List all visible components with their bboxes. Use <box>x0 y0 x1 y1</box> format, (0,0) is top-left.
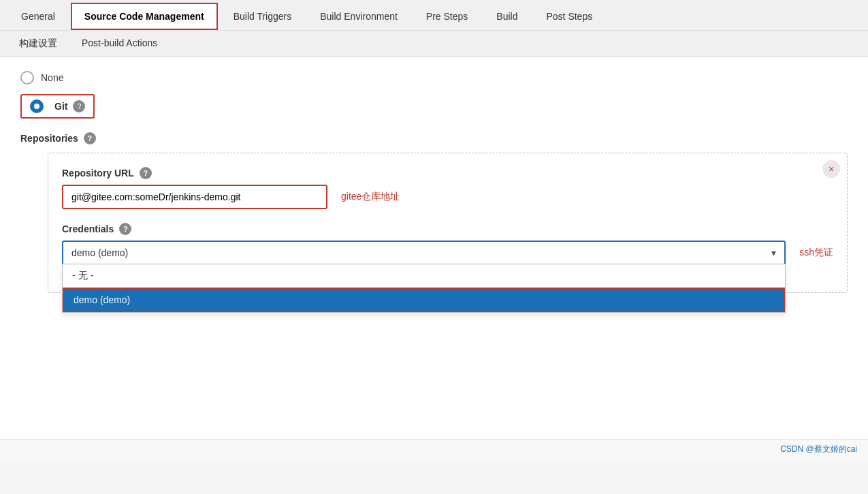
git-radio-box[interactable]: Git ? <box>20 94 95 119</box>
credentials-wrapper: demo (demo) ▾ - 无 - demo (demo) <box>62 241 786 265</box>
git-help-icon[interactable]: ? <box>73 100 85 112</box>
git-radio-option[interactable]: Git ? <box>20 94 848 119</box>
footer: CSDN @蔡文姬的cai <box>0 439 868 459</box>
none-radio-circle[interactable] <box>20 71 34 84</box>
tab-pre-steps[interactable]: Pre Steps <box>413 3 481 29</box>
dropdown-item-demo[interactable]: demo (demo) <box>63 288 785 312</box>
tab-source-code-management[interactable]: Source Code Management <box>71 3 218 30</box>
none-radio-option[interactable]: None <box>20 71 848 84</box>
credentials-dropdown: - 无 - demo (demo) <box>62 264 786 313</box>
scm-radio-group: None Git ? <box>20 71 848 119</box>
git-radio-circle[interactable] <box>30 99 44 113</box>
tab-general[interactable]: General <box>8 3 68 29</box>
tab-bar-row1: GeneralSource Code ManagementBuild Trigg… <box>0 0 868 31</box>
repo-url-label: Repository URL ? <box>62 167 833 179</box>
tab-post-steps[interactable]: Post Steps <box>533 3 605 29</box>
repositories-label: Repositories ? <box>20 132 848 144</box>
repo-url-help-icon[interactable]: ? <box>140 167 152 179</box>
tab-bar-row2: 构建设置Post-build Actions <box>0 31 868 57</box>
dropdown-item-none[interactable]: - 无 - <box>63 264 785 288</box>
footer-text: CSDN @蔡文姬的cai <box>780 444 857 454</box>
repo-container: × Repository URL ? gitee仓库地址 Credentials… <box>48 153 848 293</box>
main-content: None Git ? Repositories ? × Repository <box>0 57 868 439</box>
tab-post-build-actions[interactable]: Post-build Actions <box>69 31 170 57</box>
repositories-help-icon[interactable]: ? <box>84 132 96 144</box>
repo-url-annotation: gitee仓库地址 <box>341 191 400 203</box>
tab-build-environment[interactable]: Build Environment <box>307 3 411 29</box>
tab-build[interactable]: Build <box>483 3 530 29</box>
url-input-wrapper: gitee仓库地址 <box>62 185 833 209</box>
credentials-row: demo (demo) ▾ - 无 - demo (demo) ssh凭证 <box>62 241 833 265</box>
none-radio-label: None <box>41 72 63 83</box>
tab-build-triggers[interactable]: Build Triggers <box>221 3 305 29</box>
credentials-select[interactable]: demo (demo) ▾ <box>62 241 786 265</box>
credentials-help-icon[interactable]: ? <box>119 223 131 235</box>
close-repo-button[interactable]: × <box>822 160 840 178</box>
credentials-label: Credentials ? <box>62 223 833 235</box>
repo-url-field-row: Repository URL ? gitee仓库地址 <box>62 167 833 209</box>
credentials-value: demo (demo) <box>71 247 128 258</box>
git-radio-label: Git <box>54 101 67 112</box>
repo-url-input[interactable] <box>62 185 327 209</box>
tab-build-settings[interactable]: 构建设置 <box>7 31 69 57</box>
credentials-annotation: ssh凭证 <box>799 247 833 259</box>
repositories-section: Repositories ? × Repository URL ? gitee仓… <box>20 132 848 293</box>
chevron-down-icon: ▾ <box>771 247 776 258</box>
credentials-field-row: Credentials ? demo (demo) ▾ - 无 - demo (… <box>62 223 833 265</box>
